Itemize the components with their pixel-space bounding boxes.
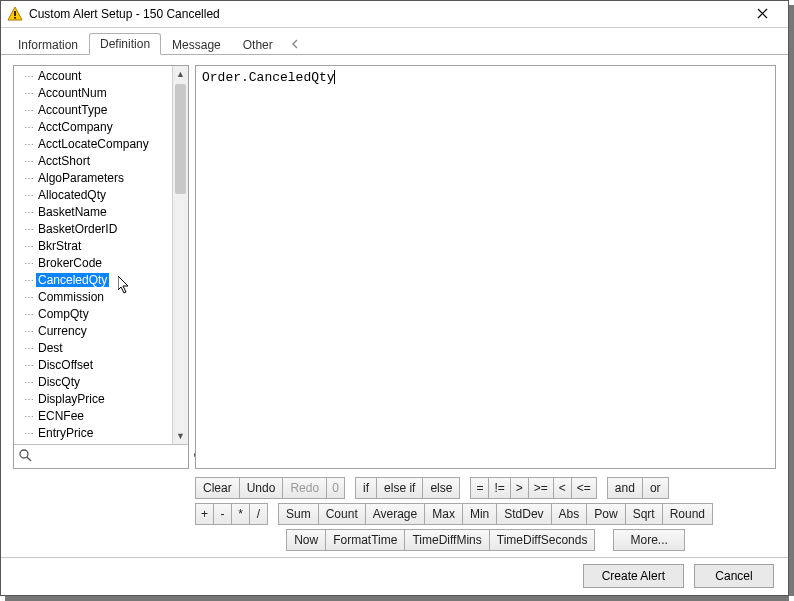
- tree-item[interactable]: AllocatedQty: [36, 188, 108, 202]
- tab-bar: Information Definition Message Other: [1, 28, 788, 55]
- text-cursor: [334, 70, 335, 84]
- tree-item-selected[interactable]: CanceledQty: [36, 273, 109, 287]
- cancel-button[interactable]: Cancel: [694, 564, 774, 588]
- scroll-thumb[interactable]: [175, 84, 186, 194]
- tree-search-row: [14, 444, 188, 468]
- tree-item[interactable]: ECNFee: [36, 409, 86, 423]
- dialog-window: Custom Alert Setup - 150 Cancelled Infor…: [0, 0, 789, 596]
- abs-button[interactable]: Abs: [552, 503, 588, 525]
- svg-rect-1: [14, 11, 16, 16]
- elseif-button[interactable]: else if: [377, 477, 423, 499]
- field-tree-panel: ⋯Account ⋯AccountNum ⋯AccountType ⋯AcctC…: [13, 65, 189, 469]
- neq-button[interactable]: !=: [489, 477, 510, 499]
- search-icon: [18, 448, 32, 465]
- or-button[interactable]: or: [643, 477, 669, 499]
- now-button[interactable]: Now: [286, 529, 326, 551]
- dialog-footer: Create Alert Cancel: [1, 557, 788, 595]
- tree-item[interactable]: AcctShort: [36, 154, 92, 168]
- average-button[interactable]: Average: [366, 503, 425, 525]
- max-button[interactable]: Max: [425, 503, 463, 525]
- expression-text: Order.CanceledQty: [202, 70, 335, 85]
- div-button[interactable]: /: [250, 503, 268, 525]
- mul-button[interactable]: *: [232, 503, 250, 525]
- tab-message[interactable]: Message: [161, 34, 232, 55]
- redo-count: 0: [327, 477, 345, 499]
- tree-item[interactable]: AcctLocateCompany: [36, 137, 151, 151]
- expression-toolbar: Clear Undo Redo 0 if else if else = != >…: [195, 477, 776, 551]
- gt-button[interactable]: >: [511, 477, 529, 499]
- tree-item[interactable]: BkrStrat: [36, 239, 83, 253]
- svg-line-7: [27, 457, 31, 461]
- svg-point-6: [20, 450, 28, 458]
- eq-button[interactable]: =: [470, 477, 489, 499]
- tree-item[interactable]: Currency: [36, 324, 89, 338]
- gte-button[interactable]: >=: [529, 477, 554, 499]
- tab-overflow-icon[interactable]: [284, 34, 308, 55]
- lte-button[interactable]: <=: [572, 477, 597, 499]
- tree-item[interactable]: EntryPrice: [36, 426, 95, 440]
- expression-editor[interactable]: Order.CanceledQty: [195, 65, 776, 469]
- tree-item[interactable]: CompQty: [36, 307, 91, 321]
- stddev-button[interactable]: StdDev: [497, 503, 551, 525]
- else-button[interactable]: else: [423, 477, 460, 499]
- tree-item[interactable]: DisplayPrice: [36, 392, 107, 406]
- tab-information[interactable]: Information: [7, 34, 89, 55]
- tree-item[interactable]: DiscQty: [36, 375, 82, 389]
- tree-item[interactable]: Dest: [36, 341, 65, 355]
- tree-item[interactable]: Commission: [36, 290, 106, 304]
- timediffmins-button[interactable]: TimeDiffMins: [405, 529, 489, 551]
- tree-search-input[interactable]: [36, 448, 190, 464]
- tree-item[interactable]: DiscOffset: [36, 358, 95, 372]
- create-alert-button[interactable]: Create Alert: [583, 564, 684, 588]
- tree-item[interactable]: BasketName: [36, 205, 109, 219]
- pow-button[interactable]: Pow: [587, 503, 625, 525]
- sum-button[interactable]: Sum: [278, 503, 319, 525]
- tab-other[interactable]: Other: [232, 34, 284, 55]
- titlebar: Custom Alert Setup - 150 Cancelled: [1, 1, 788, 28]
- round-button[interactable]: Round: [663, 503, 713, 525]
- window-title: Custom Alert Setup - 150 Cancelled: [29, 7, 742, 21]
- close-icon: [757, 8, 768, 19]
- warning-icon: [7, 6, 23, 22]
- tree-item[interactable]: AccountType: [36, 103, 109, 117]
- lt-button[interactable]: <: [554, 477, 572, 499]
- min-button[interactable]: Min: [463, 503, 497, 525]
- minus-button[interactable]: -: [214, 503, 232, 525]
- svg-rect-2: [14, 17, 16, 19]
- scroll-up-icon[interactable]: ▲: [173, 66, 188, 82]
- if-button[interactable]: if: [355, 477, 377, 499]
- tree-item[interactable]: BrokerCode: [36, 256, 104, 270]
- tab-definition[interactable]: Definition: [89, 33, 161, 55]
- plus-button[interactable]: +: [195, 503, 214, 525]
- formattime-button[interactable]: FormatTime: [326, 529, 405, 551]
- and-button[interactable]: and: [607, 477, 643, 499]
- timediffseconds-button[interactable]: TimeDiffSeconds: [490, 529, 596, 551]
- tree-item[interactable]: AccountNum: [36, 86, 109, 100]
- content-area: ⋯Account ⋯AccountNum ⋯AccountType ⋯AcctC…: [1, 55, 788, 557]
- clear-button[interactable]: Clear: [195, 477, 240, 499]
- tree-scrollbar[interactable]: ▲ ▼: [172, 66, 188, 444]
- tree-item[interactable]: AlgoParameters: [36, 171, 126, 185]
- field-tree[interactable]: ⋯Account ⋯AccountNum ⋯AccountType ⋯AcctC…: [14, 66, 172, 444]
- count-button[interactable]: Count: [319, 503, 366, 525]
- scroll-down-icon[interactable]: ▼: [173, 428, 188, 444]
- tree-item[interactable]: AcctCompany: [36, 120, 115, 134]
- sqrt-button[interactable]: Sqrt: [626, 503, 663, 525]
- undo-button[interactable]: Undo: [240, 477, 284, 499]
- tree-item[interactable]: Account: [36, 69, 83, 83]
- tree-item[interactable]: BasketOrderID: [36, 222, 119, 236]
- redo-button[interactable]: Redo: [283, 477, 327, 499]
- more-button[interactable]: More...: [613, 529, 684, 551]
- close-button[interactable]: [742, 2, 782, 26]
